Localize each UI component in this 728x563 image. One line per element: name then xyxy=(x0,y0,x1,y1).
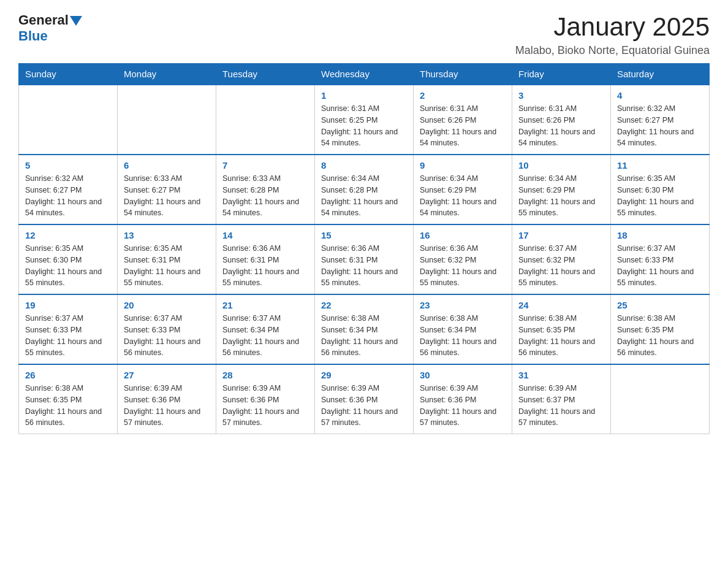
calendar-cell: 31Sunrise: 6:39 AMSunset: 6:37 PMDayligh… xyxy=(512,364,611,434)
calendar-cell: 2Sunrise: 6:31 AMSunset: 6:26 PMDaylight… xyxy=(414,85,512,155)
calendar-header-row: SundayMondayTuesdayWednesdayThursdayFrid… xyxy=(19,64,710,85)
calendar-cell: 30Sunrise: 6:39 AMSunset: 6:36 PMDayligh… xyxy=(414,364,512,434)
day-info: Sunrise: 6:39 AMSunset: 6:36 PMDaylight:… xyxy=(420,383,506,429)
logo-blue: Blue xyxy=(18,28,48,44)
day-number: 28 xyxy=(222,370,308,380)
calendar-cell: 5Sunrise: 6:32 AMSunset: 6:27 PMDaylight… xyxy=(19,155,118,224)
logo-triangle-icon xyxy=(70,16,82,26)
calendar-cell: 10Sunrise: 6:34 AMSunset: 6:29 PMDayligh… xyxy=(512,155,611,224)
calendar-cell: 12Sunrise: 6:35 AMSunset: 6:30 PMDayligh… xyxy=(19,224,118,294)
day-number: 26 xyxy=(25,370,111,380)
day-number: 1 xyxy=(321,90,407,101)
day-number: 13 xyxy=(124,230,210,240)
day-info: Sunrise: 6:38 AMSunset: 6:34 PMDaylight:… xyxy=(321,313,407,359)
calendar-cell xyxy=(216,85,315,155)
day-info: Sunrise: 6:38 AMSunset: 6:35 PMDaylight:… xyxy=(25,383,111,429)
day-info: Sunrise: 6:37 AMSunset: 6:32 PMDaylight:… xyxy=(518,243,604,289)
week-row-2: 5Sunrise: 6:32 AMSunset: 6:27 PMDaylight… xyxy=(19,155,710,224)
day-number: 12 xyxy=(25,230,111,240)
day-info: Sunrise: 6:31 AMSunset: 6:25 PMDaylight:… xyxy=(321,103,407,149)
day-number: 18 xyxy=(617,230,703,240)
day-number: 4 xyxy=(617,90,703,101)
calendar-cell: 6Sunrise: 6:33 AMSunset: 6:27 PMDaylight… xyxy=(118,155,216,224)
calendar-cell: 9Sunrise: 6:34 AMSunset: 6:29 PMDaylight… xyxy=(414,155,512,224)
column-header-tuesday: Tuesday xyxy=(216,64,315,85)
calendar-cell: 11Sunrise: 6:35 AMSunset: 6:30 PMDayligh… xyxy=(611,155,710,224)
calendar-cell: 22Sunrise: 6:38 AMSunset: 6:34 PMDayligh… xyxy=(315,294,414,364)
calendar-cell: 28Sunrise: 6:39 AMSunset: 6:36 PMDayligh… xyxy=(216,364,315,434)
day-number: 20 xyxy=(124,300,210,310)
calendar-cell: 21Sunrise: 6:37 AMSunset: 6:34 PMDayligh… xyxy=(216,294,315,364)
day-info: Sunrise: 6:37 AMSunset: 6:33 PMDaylight:… xyxy=(617,243,703,289)
page-header: General Blue January 2025 Malabo, Bioko … xyxy=(18,12,710,57)
column-header-sunday: Sunday xyxy=(19,64,118,85)
title-section: January 2025 Malabo, Bioko Norte, Equato… xyxy=(515,12,710,57)
day-info: Sunrise: 6:34 AMSunset: 6:29 PMDaylight:… xyxy=(518,173,604,219)
calendar-cell: 16Sunrise: 6:36 AMSunset: 6:32 PMDayligh… xyxy=(414,224,512,294)
day-number: 17 xyxy=(518,230,604,240)
day-info: Sunrise: 6:39 AMSunset: 6:37 PMDaylight:… xyxy=(518,383,604,429)
day-number: 7 xyxy=(222,160,308,170)
day-info: Sunrise: 6:37 AMSunset: 6:33 PMDaylight:… xyxy=(124,313,210,359)
day-number: 8 xyxy=(321,160,407,170)
calendar-cell: 4Sunrise: 6:32 AMSunset: 6:27 PMDaylight… xyxy=(611,85,710,155)
day-number: 31 xyxy=(518,370,604,380)
day-number: 11 xyxy=(617,160,703,170)
calendar-cell: 3Sunrise: 6:31 AMSunset: 6:26 PMDaylight… xyxy=(512,85,611,155)
day-info: Sunrise: 6:34 AMSunset: 6:28 PMDaylight:… xyxy=(321,173,407,219)
day-info: Sunrise: 6:33 AMSunset: 6:28 PMDaylight:… xyxy=(222,173,308,219)
calendar-cell: 13Sunrise: 6:35 AMSunset: 6:31 PMDayligh… xyxy=(118,224,216,294)
day-info: Sunrise: 6:38 AMSunset: 6:35 PMDaylight:… xyxy=(518,313,604,359)
day-number: 10 xyxy=(518,160,604,170)
logo: General Blue xyxy=(18,12,82,44)
calendar-cell xyxy=(611,364,710,434)
week-row-4: 19Sunrise: 6:37 AMSunset: 6:33 PMDayligh… xyxy=(19,294,710,364)
day-number: 25 xyxy=(617,300,703,310)
day-number: 9 xyxy=(420,160,506,170)
calendar-cell: 15Sunrise: 6:36 AMSunset: 6:31 PMDayligh… xyxy=(315,224,414,294)
day-number: 15 xyxy=(321,230,407,240)
week-row-1: 1Sunrise: 6:31 AMSunset: 6:25 PMDaylight… xyxy=(19,85,710,155)
column-header-friday: Friday xyxy=(512,64,611,85)
calendar-cell: 27Sunrise: 6:39 AMSunset: 6:36 PMDayligh… xyxy=(118,364,216,434)
calendar-cell: 26Sunrise: 6:38 AMSunset: 6:35 PMDayligh… xyxy=(19,364,118,434)
day-number: 23 xyxy=(420,300,506,310)
day-number: 3 xyxy=(518,90,604,101)
day-info: Sunrise: 6:36 AMSunset: 6:31 PMDaylight:… xyxy=(222,243,308,289)
calendar-cell: 29Sunrise: 6:39 AMSunset: 6:36 PMDayligh… xyxy=(315,364,414,434)
day-number: 27 xyxy=(124,370,210,380)
day-number: 16 xyxy=(420,230,506,240)
location-subtitle: Malabo, Bioko Norte, Equatorial Guinea xyxy=(515,44,710,57)
day-number: 19 xyxy=(25,300,111,310)
day-number: 5 xyxy=(25,160,111,170)
day-number: 14 xyxy=(222,230,308,240)
day-info: Sunrise: 6:33 AMSunset: 6:27 PMDaylight:… xyxy=(124,173,210,219)
day-info: Sunrise: 6:31 AMSunset: 6:26 PMDaylight:… xyxy=(518,103,604,149)
calendar-cell: 20Sunrise: 6:37 AMSunset: 6:33 PMDayligh… xyxy=(118,294,216,364)
day-info: Sunrise: 6:34 AMSunset: 6:29 PMDaylight:… xyxy=(420,173,506,219)
column-header-monday: Monday xyxy=(118,64,216,85)
column-header-wednesday: Wednesday xyxy=(315,64,414,85)
day-info: Sunrise: 6:39 AMSunset: 6:36 PMDaylight:… xyxy=(124,383,210,429)
day-info: Sunrise: 6:32 AMSunset: 6:27 PMDaylight:… xyxy=(25,173,111,219)
calendar-cell: 14Sunrise: 6:36 AMSunset: 6:31 PMDayligh… xyxy=(216,224,315,294)
calendar-cell: 1Sunrise: 6:31 AMSunset: 6:25 PMDaylight… xyxy=(315,85,414,155)
day-info: Sunrise: 6:39 AMSunset: 6:36 PMDaylight:… xyxy=(222,383,308,429)
calendar-cell: 17Sunrise: 6:37 AMSunset: 6:32 PMDayligh… xyxy=(512,224,611,294)
day-info: Sunrise: 6:39 AMSunset: 6:36 PMDaylight:… xyxy=(321,383,407,429)
calendar-cell: 23Sunrise: 6:38 AMSunset: 6:34 PMDayligh… xyxy=(414,294,512,364)
calendar-cell xyxy=(19,85,118,155)
day-info: Sunrise: 6:35 AMSunset: 6:31 PMDaylight:… xyxy=(124,243,210,289)
day-info: Sunrise: 6:38 AMSunset: 6:35 PMDaylight:… xyxy=(617,313,703,359)
day-info: Sunrise: 6:31 AMSunset: 6:26 PMDaylight:… xyxy=(420,103,506,149)
day-info: Sunrise: 6:37 AMSunset: 6:34 PMDaylight:… xyxy=(222,313,308,359)
day-number: 6 xyxy=(124,160,210,170)
day-info: Sunrise: 6:36 AMSunset: 6:32 PMDaylight:… xyxy=(420,243,506,289)
day-number: 22 xyxy=(321,300,407,310)
calendar-cell: 8Sunrise: 6:34 AMSunset: 6:28 PMDaylight… xyxy=(315,155,414,224)
month-title: January 2025 xyxy=(515,12,710,42)
day-number: 24 xyxy=(518,300,604,310)
day-number: 21 xyxy=(222,300,308,310)
column-header-saturday: Saturday xyxy=(611,64,710,85)
calendar-cell: 19Sunrise: 6:37 AMSunset: 6:33 PMDayligh… xyxy=(19,294,118,364)
